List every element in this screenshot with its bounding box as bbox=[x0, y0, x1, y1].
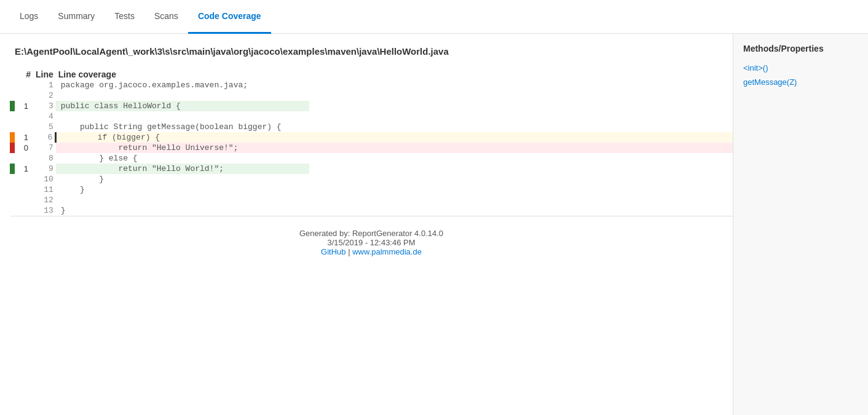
line-hit-count bbox=[15, 174, 33, 184]
line-code: package org.jacoco.examples.maven.java; bbox=[56, 80, 733, 90]
file-path: E:\AgentPool\LocalAgent\_work\3\s\src\ma… bbox=[10, 46, 733, 57]
line-hit-count bbox=[15, 122, 33, 132]
line-number: 13 bbox=[33, 205, 56, 216]
line-hit-count bbox=[15, 153, 33, 164]
line-indicator bbox=[10, 205, 15, 216]
line-hit-count bbox=[15, 195, 33, 205]
line-number: 9 bbox=[33, 164, 56, 174]
footer-date: 3/15/2019 - 12:43:46 PM bbox=[22, 238, 720, 247]
line-number: 1 bbox=[33, 80, 56, 90]
line-code: } bbox=[56, 205, 733, 216]
line-hit-count: 1 bbox=[15, 132, 33, 143]
main-container: E:\AgentPool\LocalAgent\_work\3\s\src\ma… bbox=[0, 34, 868, 415]
nav-code-coverage[interactable]: Code Coverage bbox=[188, 0, 271, 34]
line-code bbox=[56, 111, 733, 122]
line-code bbox=[56, 195, 733, 205]
line-indicator bbox=[10, 184, 15, 195]
line-code: return "Hello Universe!"; bbox=[56, 143, 733, 153]
footer-links: GitHub | www.palmmedia.de bbox=[22, 247, 720, 256]
line-code: public class HelloWorld { bbox=[56, 101, 309, 111]
line-indicator bbox=[10, 101, 15, 111]
line-indicator bbox=[10, 122, 15, 132]
line-hit-count bbox=[15, 205, 33, 216]
line-indicator bbox=[10, 143, 15, 153]
header-hash: # bbox=[15, 69, 33, 80]
nav-logs[interactable]: Logs bbox=[10, 0, 48, 34]
code-table: # Line Line coverage 1package org.jacoco… bbox=[10, 69, 733, 216]
line-code bbox=[56, 90, 733, 101]
line-indicator bbox=[10, 132, 15, 143]
line-number: 7 bbox=[33, 143, 56, 153]
methods-properties-title: Methods/Properties bbox=[743, 44, 858, 53]
line-indicator bbox=[10, 174, 15, 184]
methods-list: <init>()getMessage(Z) bbox=[743, 63, 858, 87]
line-indicator bbox=[10, 111, 15, 122]
line-hit-count: 1 bbox=[15, 164, 33, 174]
generated-by: Generated by: ReportGenerator 4.0.14.0 bbox=[22, 229, 720, 238]
line-hit-count bbox=[15, 111, 33, 122]
line-code: return "Hello World!"; bbox=[56, 164, 309, 174]
header-coverage: Line coverage bbox=[56, 69, 733, 80]
line-indicator bbox=[10, 80, 15, 90]
nav-tests[interactable]: Tests bbox=[105, 0, 144, 34]
line-indicator bbox=[10, 164, 15, 174]
line-number: 12 bbox=[33, 195, 56, 205]
line-hit-count: 0 bbox=[15, 143, 33, 153]
line-number: 10 bbox=[33, 174, 56, 184]
line-hit-count bbox=[15, 80, 33, 90]
line-number: 11 bbox=[33, 184, 56, 195]
line-number: 5 bbox=[33, 122, 56, 132]
line-hit-count bbox=[15, 184, 33, 195]
footer: Generated by: ReportGenerator 4.0.14.0 3… bbox=[10, 216, 733, 269]
navigation: Logs Summary Tests Scans Code Coverage bbox=[0, 0, 868, 34]
line-hit-count bbox=[15, 90, 33, 101]
line-indicator bbox=[10, 153, 15, 164]
header-indicator bbox=[10, 69, 15, 80]
line-number: 3 bbox=[33, 101, 56, 111]
method-link[interactable]: <init>() bbox=[743, 63, 858, 73]
line-code: if (bigger) { bbox=[56, 132, 733, 143]
line-code: public String getMessage(boolean bigger)… bbox=[56, 122, 733, 132]
right-panel: Methods/Properties <init>()getMessage(Z) bbox=[733, 34, 868, 415]
line-indicator bbox=[10, 90, 15, 101]
line-code: } else { bbox=[56, 153, 733, 164]
nav-scans[interactable]: Scans bbox=[144, 0, 188, 34]
code-panel: E:\AgentPool\LocalAgent\_work\3\s\src\ma… bbox=[0, 34, 733, 415]
line-number: 2 bbox=[33, 90, 56, 101]
line-code: } bbox=[56, 174, 733, 184]
line-number: 4 bbox=[33, 111, 56, 122]
line-hit-count: 1 bbox=[15, 101, 33, 111]
line-number: 8 bbox=[33, 153, 56, 164]
method-link[interactable]: getMessage(Z) bbox=[743, 77, 858, 87]
line-indicator bbox=[10, 195, 15, 205]
line-code: } bbox=[56, 184, 733, 195]
header-line: Line bbox=[33, 69, 56, 80]
website-link[interactable]: www.palmmedia.de bbox=[352, 247, 422, 256]
line-number: 6 bbox=[33, 132, 56, 143]
github-link[interactable]: GitHub bbox=[321, 247, 345, 256]
nav-summary[interactable]: Summary bbox=[48, 0, 105, 34]
